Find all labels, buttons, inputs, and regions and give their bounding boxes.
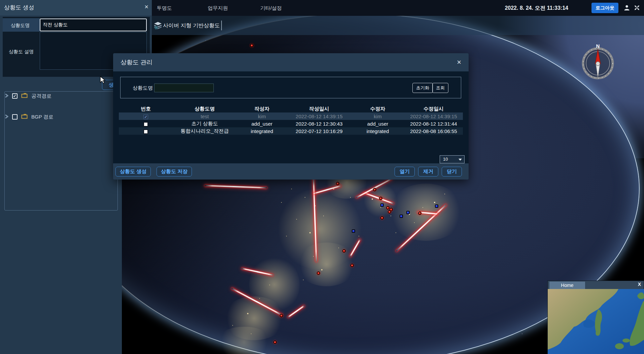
chevron-right-icon[interactable] — [5, 93, 8, 99]
compass-widget[interactable]: N — [578, 42, 617, 82]
situation-desc-label: 상황도 설명 — [9, 49, 34, 55]
open-button[interactable]: 열기 — [395, 167, 415, 176]
layer-tree-container — [4, 91, 118, 211]
table-row[interactable]: 통합시나리오_작전급integrated2022-07-12 10:16:29i… — [119, 127, 463, 135]
chevron-right-icon[interactable] — [5, 114, 8, 120]
threat-node-marker[interactable] — [388, 210, 391, 214]
home-minimap-tab[interactable]: Home — [549, 282, 585, 289]
modal-close-icon[interactable]: × — [457, 58, 461, 67]
threat-node-marker[interactable] — [386, 206, 389, 210]
nav-menu-3[interactable]: 기타/설정 — [260, 0, 282, 16]
mouse-cursor — [100, 76, 107, 86]
search-box: 상황도명 초기화 조회 — [120, 77, 461, 98]
save-situation-button[interactable]: 상황도 저장 — [157, 167, 192, 176]
table-cell-checkbox — [119, 128, 173, 134]
create-dialog-close-icon[interactable]: × — [144, 3, 148, 11]
table-header-row: 번호상황도명작성자작성일시수정자수정일시 — [119, 105, 463, 112]
threat-node-marker[interactable] — [418, 212, 421, 215]
table-row[interactable]: 초기 상황도add_user2022-08-12 12:30:43add_use… — [119, 120, 463, 127]
chevron-down-icon — [459, 159, 462, 161]
threat-node-marker[interactable] — [336, 182, 339, 185]
table-cell-checkbox — [119, 121, 173, 126]
table-cell: 2022-07-12 10:16:29 — [287, 128, 351, 134]
home-minimap-image[interactable] — [548, 289, 644, 354]
modal-title: 상황도 관리 — [121, 53, 152, 71]
modal-body: 상황도명 초기화 조회 번호상황도명작성자작성일시수정자수정일시✓testkim… — [113, 71, 469, 163]
asset-node-marker[interactable] — [400, 215, 403, 218]
home-minimap-close-icon[interactable]: X — [638, 282, 641, 287]
table-row[interactable]: ✓testkim2022-08-12 14:39:15kim2022-08-12… — [119, 112, 463, 120]
table-cell: kim — [351, 114, 404, 119]
tab-divider — [221, 21, 222, 30]
table-cell: 2022-08-12 14:39:15 — [287, 114, 351, 119]
modal-footer: 상황도 생성상황도 저장 닫기제거열기 — [113, 163, 469, 180]
nav-datetime: 2022. 8. 24. 오전 11:33:14 — [505, 0, 568, 16]
folder-icon — [21, 93, 28, 99]
table-header-cell: 작성일시 — [287, 106, 351, 112]
table-cell: kim — [237, 114, 287, 119]
close-button[interactable]: 닫기 — [442, 167, 462, 176]
asset-node-marker[interactable] — [406, 211, 410, 214]
threat-node-marker[interactable] — [273, 341, 277, 344]
table-cell: 초기 상황도 — [173, 121, 237, 127]
tree-item-label: 공격경로 — [31, 93, 52, 99]
fullscreen-icon[interactable] — [634, 4, 641, 12]
threat-node-marker[interactable] — [250, 44, 253, 47]
table-cell: 2022-08-12 12:31:44 — [404, 121, 463, 127]
tab-cyber-terrain-situation[interactable]: 사이버 지형 기반상황도 — [163, 16, 220, 35]
user-icon[interactable] — [623, 4, 631, 12]
asset-node-marker[interactable] — [352, 229, 355, 233]
tree-item-1[interactable]: ✓공격경로 — [5, 92, 52, 100]
create-dialog-title: 상황도 생성 — [4, 0, 34, 15]
threat-node-marker[interactable] — [380, 216, 384, 220]
table-header-cell: 수정일시 — [404, 106, 463, 112]
table-cell: test — [173, 114, 237, 119]
nav-menu-2[interactable]: 업무지원 — [208, 0, 228, 16]
threat-node-marker[interactable] — [373, 188, 376, 191]
threat-node-marker[interactable] — [317, 271, 320, 275]
table-cell: 2022-08-08 16:06:55 — [404, 128, 463, 134]
threat-node-marker[interactable] — [342, 249, 346, 253]
table-cell: 2022-08-12 12:30:43 — [287, 121, 351, 127]
city-lights-glow — [215, 327, 273, 354]
threat-node-marker[interactable] — [379, 197, 382, 200]
table-cell-checkbox: ✓ — [119, 113, 173, 119]
tree-item-label: BGP 경로 — [31, 114, 54, 120]
table-header-cell: 작성자 — [237, 106, 287, 112]
table-cell: 통합시나리오_작전급 — [173, 128, 237, 134]
reset-button[interactable]: 초기화 — [412, 83, 433, 93]
tree-checkbox[interactable]: ✓ — [12, 93, 18, 99]
page-size-value: 10 — [443, 157, 448, 162]
city-lights-glow — [296, 243, 357, 286]
situation-name-input[interactable] — [40, 19, 147, 31]
search-input[interactable] — [154, 84, 214, 92]
nav-menu-1[interactable]: 투명도 — [157, 0, 172, 16]
home-minimap-panel: Home X — [547, 281, 644, 354]
asset-node-marker[interactable] — [435, 204, 438, 208]
page-size-select[interactable]: 10 — [440, 155, 465, 163]
compass-north-label: N — [596, 43, 600, 49]
logout-button[interactable]: 로그아웃 — [591, 3, 618, 13]
table-cell: integrated — [351, 128, 404, 134]
folder-icon — [21, 114, 28, 120]
threat-node-marker[interactable] — [350, 264, 354, 267]
situation-manage-modal: 상황도 관리 × 상황도명 초기화 조회 번호상황도명작성자작성일시수정자수정일… — [113, 53, 469, 180]
row-checkbox[interactable] — [143, 122, 148, 127]
tree-item-2[interactable]: BGP 경로 — [5, 112, 54, 121]
threat-node-marker[interactable] — [280, 314, 283, 317]
asset-node-marker[interactable] — [380, 203, 384, 207]
table-header-cell: 상황도명 — [173, 106, 237, 112]
situation-name-label: 상황도명 — [11, 23, 30, 29]
search-label: 상황도명 — [133, 77, 153, 99]
query-button[interactable]: 조회 — [432, 83, 448, 93]
remove-button[interactable]: 제거 — [418, 167, 438, 176]
row-checkbox[interactable] — [143, 129, 148, 134]
table-cell: add_user — [351, 121, 404, 127]
row-checkbox[interactable]: ✓ — [143, 115, 148, 119]
create-situation-button[interactable]: 상황도 생성 — [115, 167, 151, 176]
create-dialog-header: 상황도 생성 × — [0, 0, 152, 15]
table-header-cell: 수정자 — [351, 106, 404, 112]
tree-checkbox[interactable] — [12, 114, 18, 120]
table-cell: add_user — [237, 121, 287, 127]
situation-table: 번호상황도명작성자작성일시수정자수정일시✓testkim2022-08-12 1… — [119, 105, 463, 135]
